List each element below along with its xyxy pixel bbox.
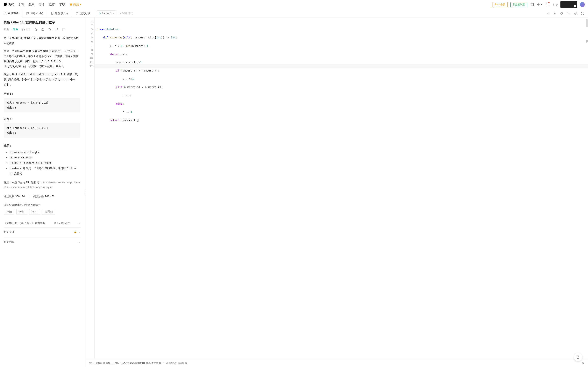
star-icon[interactable]	[34, 28, 37, 31]
plus-button[interactable]: Plus 会员	[493, 2, 508, 7]
svg-rect-0	[531, 3, 534, 6]
smart-mode-dot	[120, 13, 121, 14]
example2-title: 示例 2：	[4, 117, 80, 121]
logo-icon	[3, 2, 7, 7]
chip-social[interactable]: 社招	[4, 209, 14, 215]
streak-number: 0	[556, 3, 558, 6]
tab-solutions[interactable]: 题解 (2.1k)	[47, 9, 72, 17]
line-gutter: 123456789101112	[86, 17, 95, 367]
smart-mode-label: 智能模式	[122, 11, 133, 15]
logo[interactable]: 力扣	[3, 2, 14, 7]
code-area[interactable]: class Solution: def minArray(self, numbe…	[95, 17, 588, 367]
nav-jobs[interactable]: 求职	[59, 3, 65, 6]
fire-icon	[552, 3, 555, 6]
history-icon	[76, 12, 78, 15]
playground-icon[interactable]	[530, 2, 534, 7]
like-button[interactable]: 619	[22, 28, 30, 31]
info-icon[interactable]: i	[546, 12, 549, 15]
chevron-down-icon: ⌄	[78, 241, 80, 243]
desc-p1: 把一个数组最开始的若干个元素搬到数组的末尾，我们称之为数组的旋转。	[4, 36, 80, 46]
close-icon[interactable]: ✕	[582, 362, 584, 365]
example2-box: 输入：numbers = [2,2,2,0,1] 输出：0	[4, 123, 80, 138]
code-editor[interactable]: 123456789101112 class Solution: def minA…	[86, 17, 588, 367]
chip-campus[interactable]: 校招	[17, 209, 27, 215]
nav-right: Plus 会员 我是面试官 中 ▾ 0	[493, 1, 585, 8]
problem-description: 把一个数组最开始的若干个元素搬到数组的末尾，我们称之为数组的旋转。 给你一个可能…	[4, 36, 80, 87]
example1-box: 输入：numbers = [3,4,5,1,2] 输出：1	[4, 98, 80, 112]
nav-store[interactable]: 商店 ▾	[69, 3, 81, 6]
notification-icon[interactable]	[545, 2, 549, 7]
interviewer-button[interactable]: 我是面试官	[510, 2, 527, 7]
streak-count[interactable]: 0	[552, 3, 558, 6]
run-icon[interactable]	[553, 12, 556, 15]
nav-discuss[interactable]: 讨论	[39, 3, 44, 6]
translate-icon[interactable]	[48, 28, 52, 31]
desc-p3: 注意，数组 [a[0], a[1], a[2], ..., a[n-1]] 旋转…	[4, 72, 80, 87]
user-avatar[interactable]	[580, 2, 585, 7]
language-switch[interactable]: 中 ▾	[537, 3, 542, 6]
related-tags-row[interactable]: 相关标签 ⌄	[4, 238, 80, 246]
stats-separator	[29, 195, 29, 198]
nav-problems[interactable]: 题库	[28, 3, 34, 6]
terminal-icon[interactable]	[567, 12, 570, 15]
tab-comments[interactable]: 评论 (1.4k)	[22, 9, 47, 17]
tab-comments-label: 评论 (1.4k)	[30, 11, 43, 15]
chevron-down-icon: ⌄	[78, 222, 80, 225]
submit-count: 提交次数748,453	[33, 195, 54, 198]
difficulty-value: 简单	[13, 27, 18, 31]
settings-icon[interactable]	[574, 12, 577, 15]
smart-mode-toggle[interactable]: 智能模式	[120, 9, 133, 17]
solution-icon	[51, 12, 54, 15]
minimap-scroll[interactable]	[586, 19, 588, 56]
help-fab[interactable]	[574, 353, 582, 361]
tab-submissions[interactable]: 提交记录	[72, 9, 94, 17]
editor-actions: i	[546, 9, 588, 17]
notification-dot	[548, 2, 550, 3]
example1-title: 示例 1：	[4, 92, 80, 96]
nav-contest[interactable]: 竞赛	[49, 3, 55, 6]
editor-panel: 123456789101112 class Solution: def minA…	[86, 17, 588, 367]
description-panel: 剑指 Offer 11. 旋转数组的最小数字 难度 简单 619 把一个数组最开…	[0, 17, 84, 367]
bell-icon[interactable]	[55, 28, 58, 31]
nav-learn[interactable]: 学习	[18, 3, 24, 6]
note-icon	[576, 355, 580, 359]
book-authorization-row[interactable]: 《剑指 Offer（第 2 版）》官方授权 電子工業出版社 ⌄	[4, 220, 80, 226]
tab-solutions-label: 题解 (2.1k)	[55, 11, 68, 15]
encounter-question: 请问您在哪类招聘中遇到此题?	[4, 203, 80, 207]
nav-store-label: 商店	[73, 3, 79, 6]
chevron-down-icon: ▾	[113, 12, 114, 15]
svg-point-6	[575, 13, 576, 14]
language-label: Python3	[102, 12, 112, 15]
logo-text: 力扣	[8, 3, 14, 7]
language-select[interactable]: Python3 ▾	[97, 10, 116, 16]
chip-intern[interactable]: 实习	[29, 209, 40, 215]
restore-default-link[interactable]: 还原默认代码模版	[166, 361, 187, 365]
tab-description-label: 题目描述	[8, 11, 18, 15]
video-pip[interactable]	[561, 1, 577, 8]
problem-meta: 难度 简单 619	[4, 27, 80, 31]
hint-item: n == numbers.length	[9, 150, 80, 155]
hint-item: 1 <= n <= 5000	[9, 155, 80, 160]
related-company-row[interactable]: 相关企业 🔒⌄	[4, 227, 80, 236]
publisher-logo: 電子工業出版社	[54, 222, 70, 225]
cursor	[137, 119, 138, 122]
share-icon[interactable]	[41, 28, 44, 31]
chip-none[interactable]: 未遇到	[42, 209, 55, 215]
problem-title: 剑指 Offer 11. 旋转数组的最小数字	[4, 20, 80, 25]
fullscreen-icon[interactable]	[581, 12, 584, 15]
reset-icon[interactable]	[560, 12, 563, 15]
chevron-down-icon: ⌄	[78, 230, 80, 234]
note-prefix: 注意：本题与主站 154 题相同：	[4, 181, 42, 184]
hints-section: 提示： n == numbers.length 1 <= n <= 5000 -…	[4, 144, 80, 176]
comment-icon	[26, 12, 29, 15]
desc-p2: 给你一个可能存在 重复 元素值的数组 numbers ，它原来是一个升序排列的数…	[4, 49, 80, 69]
description-icon	[4, 12, 7, 15]
encounter-section: 请问您在哪类招聘中遇到此题? 社招 校招 实习 未遇到	[4, 203, 80, 215]
notice-text: 您上次编辑到这里，代码已从您浏览器本地的临时存储中恢复了	[89, 361, 164, 365]
pass-count: 通过次数368,170	[4, 195, 25, 198]
encounter-chips: 社招 校招 实习 未遇到	[4, 209, 80, 215]
tab-description[interactable]: 题目描述	[0, 9, 22, 17]
book-label: 《剑指 Offer（第 2 版）》官方授权	[4, 221, 45, 225]
feedback-icon[interactable]	[62, 28, 65, 31]
top-nav: 力扣 学习 题库 讨论 竞赛 求职 商店 ▾ Plus 会员 我是面试官 中 ▾…	[0, 0, 588, 9]
